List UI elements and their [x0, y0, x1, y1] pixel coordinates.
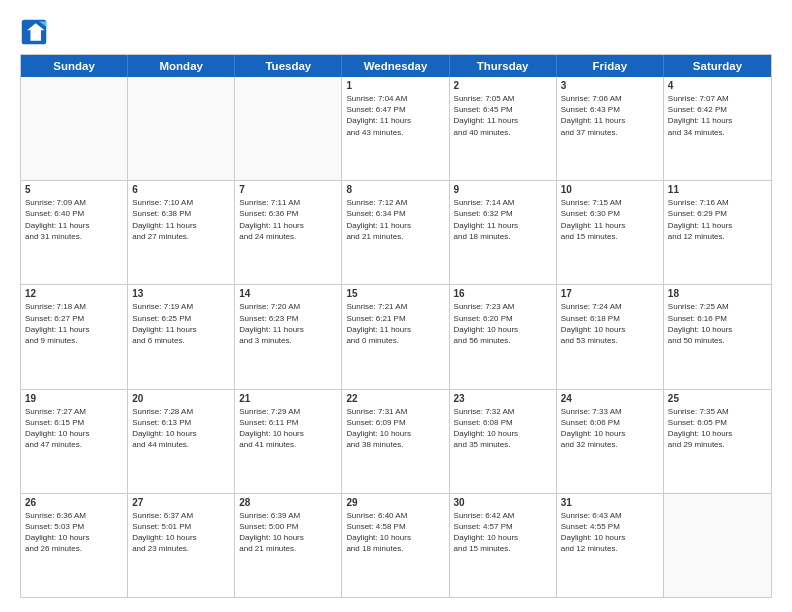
day-number: 3	[561, 80, 659, 91]
calendar-day-cell: 12Sunrise: 7:18 AM Sunset: 6:27 PM Dayli…	[21, 285, 128, 388]
calendar-day-cell: 14Sunrise: 7:20 AM Sunset: 6:23 PM Dayli…	[235, 285, 342, 388]
day-info: Sunrise: 7:18 AM Sunset: 6:27 PM Dayligh…	[25, 301, 123, 346]
day-number: 13	[132, 288, 230, 299]
day-number: 19	[25, 393, 123, 404]
calendar-day-cell	[664, 494, 771, 597]
calendar-day-cell: 8Sunrise: 7:12 AM Sunset: 6:34 PM Daylig…	[342, 181, 449, 284]
day-info: Sunrise: 7:33 AM Sunset: 6:06 PM Dayligh…	[561, 406, 659, 451]
calendar-day-cell: 9Sunrise: 7:14 AM Sunset: 6:32 PM Daylig…	[450, 181, 557, 284]
day-info: Sunrise: 7:23 AM Sunset: 6:20 PM Dayligh…	[454, 301, 552, 346]
weekday-header: Sunday	[21, 55, 128, 77]
calendar-day-cell: 31Sunrise: 6:43 AM Sunset: 4:55 PM Dayli…	[557, 494, 664, 597]
day-info: Sunrise: 7:07 AM Sunset: 6:42 PM Dayligh…	[668, 93, 767, 138]
day-number: 22	[346, 393, 444, 404]
weekday-header: Tuesday	[235, 55, 342, 77]
day-info: Sunrise: 7:12 AM Sunset: 6:34 PM Dayligh…	[346, 197, 444, 242]
day-number: 18	[668, 288, 767, 299]
day-info: Sunrise: 6:43 AM Sunset: 4:55 PM Dayligh…	[561, 510, 659, 555]
day-info: Sunrise: 7:32 AM Sunset: 6:08 PM Dayligh…	[454, 406, 552, 451]
day-info: Sunrise: 7:04 AM Sunset: 6:47 PM Dayligh…	[346, 93, 444, 138]
day-info: Sunrise: 7:10 AM Sunset: 6:38 PM Dayligh…	[132, 197, 230, 242]
day-number: 8	[346, 184, 444, 195]
day-number: 21	[239, 393, 337, 404]
day-info: Sunrise: 7:11 AM Sunset: 6:36 PM Dayligh…	[239, 197, 337, 242]
calendar-day-cell: 7Sunrise: 7:11 AM Sunset: 6:36 PM Daylig…	[235, 181, 342, 284]
day-info: Sunrise: 7:15 AM Sunset: 6:30 PM Dayligh…	[561, 197, 659, 242]
day-number: 10	[561, 184, 659, 195]
calendar-day-cell: 22Sunrise: 7:31 AM Sunset: 6:09 PM Dayli…	[342, 390, 449, 493]
weekday-header: Monday	[128, 55, 235, 77]
calendar-week-row: 12Sunrise: 7:18 AM Sunset: 6:27 PM Dayli…	[21, 285, 771, 389]
calendar-week-row: 5Sunrise: 7:09 AM Sunset: 6:40 PM Daylig…	[21, 181, 771, 285]
day-info: Sunrise: 7:27 AM Sunset: 6:15 PM Dayligh…	[25, 406, 123, 451]
calendar-day-cell: 25Sunrise: 7:35 AM Sunset: 6:05 PM Dayli…	[664, 390, 771, 493]
calendar-day-cell: 23Sunrise: 7:32 AM Sunset: 6:08 PM Dayli…	[450, 390, 557, 493]
calendar-day-cell: 3Sunrise: 7:06 AM Sunset: 6:43 PM Daylig…	[557, 77, 664, 180]
day-number: 23	[454, 393, 552, 404]
weekday-header: Wednesday	[342, 55, 449, 77]
weekday-header: Saturday	[664, 55, 771, 77]
calendar-day-cell: 18Sunrise: 7:25 AM Sunset: 6:16 PM Dayli…	[664, 285, 771, 388]
day-info: Sunrise: 7:14 AM Sunset: 6:32 PM Dayligh…	[454, 197, 552, 242]
day-number: 5	[25, 184, 123, 195]
calendar-day-cell: 17Sunrise: 7:24 AM Sunset: 6:18 PM Dayli…	[557, 285, 664, 388]
calendar-day-cell: 1Sunrise: 7:04 AM Sunset: 6:47 PM Daylig…	[342, 77, 449, 180]
logo	[20, 18, 52, 46]
day-number: 25	[668, 393, 767, 404]
calendar-day-cell: 27Sunrise: 6:37 AM Sunset: 5:01 PM Dayli…	[128, 494, 235, 597]
day-info: Sunrise: 6:40 AM Sunset: 4:58 PM Dayligh…	[346, 510, 444, 555]
day-info: Sunrise: 7:05 AM Sunset: 6:45 PM Dayligh…	[454, 93, 552, 138]
calendar-day-cell: 11Sunrise: 7:16 AM Sunset: 6:29 PM Dayli…	[664, 181, 771, 284]
calendar-day-cell: 13Sunrise: 7:19 AM Sunset: 6:25 PM Dayli…	[128, 285, 235, 388]
day-info: Sunrise: 7:19 AM Sunset: 6:25 PM Dayligh…	[132, 301, 230, 346]
calendar-page: SundayMondayTuesdayWednesdayThursdayFrid…	[0, 0, 792, 612]
calendar-day-cell: 10Sunrise: 7:15 AM Sunset: 6:30 PM Dayli…	[557, 181, 664, 284]
weekday-header: Friday	[557, 55, 664, 77]
day-info: Sunrise: 7:09 AM Sunset: 6:40 PM Dayligh…	[25, 197, 123, 242]
page-header	[20, 18, 772, 46]
day-number: 1	[346, 80, 444, 91]
calendar-day-cell: 19Sunrise: 7:27 AM Sunset: 6:15 PM Dayli…	[21, 390, 128, 493]
day-number: 4	[668, 80, 767, 91]
calendar-day-cell: 4Sunrise: 7:07 AM Sunset: 6:42 PM Daylig…	[664, 77, 771, 180]
day-number: 14	[239, 288, 337, 299]
day-number: 9	[454, 184, 552, 195]
calendar-day-cell	[235, 77, 342, 180]
calendar-day-cell: 29Sunrise: 6:40 AM Sunset: 4:58 PM Dayli…	[342, 494, 449, 597]
day-number: 27	[132, 497, 230, 508]
day-number: 20	[132, 393, 230, 404]
day-number: 12	[25, 288, 123, 299]
day-number: 7	[239, 184, 337, 195]
day-number: 6	[132, 184, 230, 195]
day-number: 28	[239, 497, 337, 508]
calendar-day-cell: 24Sunrise: 7:33 AM Sunset: 6:06 PM Dayli…	[557, 390, 664, 493]
calendar-week-row: 1Sunrise: 7:04 AM Sunset: 6:47 PM Daylig…	[21, 77, 771, 181]
day-number: 31	[561, 497, 659, 508]
day-info: Sunrise: 7:16 AM Sunset: 6:29 PM Dayligh…	[668, 197, 767, 242]
calendar-day-cell: 20Sunrise: 7:28 AM Sunset: 6:13 PM Dayli…	[128, 390, 235, 493]
day-info: Sunrise: 7:29 AM Sunset: 6:11 PM Dayligh…	[239, 406, 337, 451]
day-number: 30	[454, 497, 552, 508]
day-info: Sunrise: 6:37 AM Sunset: 5:01 PM Dayligh…	[132, 510, 230, 555]
calendar-day-cell: 15Sunrise: 7:21 AM Sunset: 6:21 PM Dayli…	[342, 285, 449, 388]
calendar-day-cell: 28Sunrise: 6:39 AM Sunset: 5:00 PM Dayli…	[235, 494, 342, 597]
day-info: Sunrise: 7:28 AM Sunset: 6:13 PM Dayligh…	[132, 406, 230, 451]
day-number: 17	[561, 288, 659, 299]
calendar-day-cell: 21Sunrise: 7:29 AM Sunset: 6:11 PM Dayli…	[235, 390, 342, 493]
calendar-day-cell: 26Sunrise: 6:36 AM Sunset: 5:03 PM Dayli…	[21, 494, 128, 597]
calendar-day-cell: 2Sunrise: 7:05 AM Sunset: 6:45 PM Daylig…	[450, 77, 557, 180]
day-info: Sunrise: 7:24 AM Sunset: 6:18 PM Dayligh…	[561, 301, 659, 346]
calendar-day-cell	[21, 77, 128, 180]
calendar-day-cell: 30Sunrise: 6:42 AM Sunset: 4:57 PM Dayli…	[450, 494, 557, 597]
day-info: Sunrise: 7:35 AM Sunset: 6:05 PM Dayligh…	[668, 406, 767, 451]
calendar-day-cell: 6Sunrise: 7:10 AM Sunset: 6:38 PM Daylig…	[128, 181, 235, 284]
day-number: 26	[25, 497, 123, 508]
day-info: Sunrise: 7:31 AM Sunset: 6:09 PM Dayligh…	[346, 406, 444, 451]
calendar-day-cell: 5Sunrise: 7:09 AM Sunset: 6:40 PM Daylig…	[21, 181, 128, 284]
day-info: Sunrise: 7:06 AM Sunset: 6:43 PM Dayligh…	[561, 93, 659, 138]
calendar-week-row: 26Sunrise: 6:36 AM Sunset: 5:03 PM Dayli…	[21, 494, 771, 597]
logo-icon	[20, 18, 48, 46]
day-info: Sunrise: 6:39 AM Sunset: 5:00 PM Dayligh…	[239, 510, 337, 555]
calendar-body: 1Sunrise: 7:04 AM Sunset: 6:47 PM Daylig…	[21, 77, 771, 597]
day-number: 15	[346, 288, 444, 299]
